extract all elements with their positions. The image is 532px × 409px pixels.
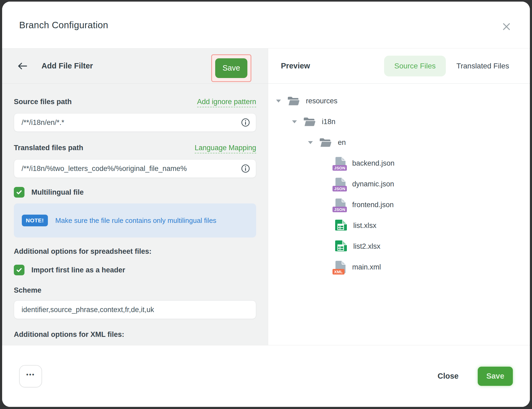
checkmark-icon	[16, 189, 23, 196]
file-xml-icon: XML	[335, 260, 346, 274]
save-highlight-annotation: Save	[211, 54, 251, 82]
import-header-row: Import first line as a header	[14, 265, 256, 275]
tree-item-en[interactable]: en	[268, 132, 530, 153]
translated-path-label: Translated files path	[14, 144, 83, 152]
import-header-checkbox[interactable]	[14, 265, 24, 275]
scheme-input[interactable]: identifier,source_phrase,context,fr,de,i…	[14, 300, 256, 319]
chevron-down-icon[interactable]	[276, 100, 281, 103]
tree-item-label: list.xlsx	[353, 222, 376, 230]
preview-header: Preview Source Files Translated Files	[268, 48, 530, 84]
language-mapping-link[interactable]: Language Mapping	[195, 144, 256, 153]
modal-body: Add File Filter Save Source files path A…	[2, 48, 530, 345]
tree-item-frontend.json[interactable]: JSONfrontend.json	[268, 194, 530, 215]
note-text: Make sure the file rule contains only mu…	[55, 216, 217, 225]
close-button[interactable]	[501, 21, 512, 32]
tree-item-backend.json[interactable]: JSONbackend.json	[268, 153, 530, 174]
note-badge: NOTE!	[22, 215, 48, 226]
tree-item-list.xlsx[interactable]: list.xlsx	[268, 215, 530, 236]
tab-source-files[interactable]: Source Files	[384, 56, 446, 76]
tree-item-list2.xlsx[interactable]: list2.xlsx	[268, 236, 530, 257]
scheme-value: identifier,source_phrase,context,fr,de,i…	[22, 306, 250, 314]
more-options-button[interactable]: •••	[19, 365, 42, 387]
file-filter-form: Source files path Add ignore pattern /**…	[2, 84, 268, 345]
tree-item-label: list2.xlsx	[353, 242, 380, 251]
tree-item-label: dynamic.json	[352, 180, 394, 188]
branch-configuration-modal: Branch Configuration Add File Filter Sav…	[2, 2, 530, 407]
info-circle-icon[interactable]	[241, 164, 250, 173]
file-json-icon: JSON	[335, 198, 346, 211]
info-circle-icon[interactable]	[241, 118, 250, 127]
file-xlsx-icon	[335, 220, 347, 231]
source-path-input[interactable]: /**/i18n/en/*.*	[14, 113, 256, 132]
spreadsheet-options-heading: Additional options for spreadsheet files…	[14, 247, 256, 256]
xml-options-heading: Additional options for XML files:	[14, 330, 256, 339]
pane-title: Add File Filter	[41, 62, 93, 70]
folder-open-icon	[303, 117, 315, 127]
add-ignore-pattern-link[interactable]: Add ignore pattern	[197, 97, 256, 107]
footer-close-button[interactable]: Close	[438, 372, 459, 381]
scheme-label-row: Scheme	[14, 286, 256, 295]
preview-title: Preview	[281, 62, 310, 70]
file-json-icon: JSON	[335, 177, 346, 191]
tree-item-label: main.xml	[352, 263, 381, 271]
translated-path-input[interactable]: /**/i18n/%two_letters_code%/%original_fi…	[14, 159, 256, 178]
tree-item-label: frontend.json	[352, 201, 394, 209]
file-json-icon: JSON	[335, 157, 346, 170]
multilingual-note: NOTE! Make sure the file rule contains o…	[14, 203, 256, 238]
translated-path-value: /**/i18n/%two_letters_code%/%original_fi…	[22, 165, 241, 173]
multilingual-checkbox[interactable]	[14, 187, 24, 198]
file-xlsx-icon	[335, 240, 347, 252]
import-header-label: Import first line as a header	[31, 266, 125, 274]
tree-item-main.xml[interactable]: XMLmain.xml	[268, 257, 530, 277]
file-filter-pane: Add File Filter Save Source files path A…	[2, 48, 268, 345]
source-path-value: /**/i18n/en/*.*	[22, 118, 241, 127]
tree-item-label: i18n	[322, 118, 335, 126]
tree-item-dynamic.json[interactable]: JSONdynamic.json	[268, 174, 530, 194]
source-path-label: Source files path	[14, 97, 72, 106]
translated-path-label-row: Translated files path Language Mapping	[14, 144, 256, 153]
tree-item-resources[interactable]: resources	[268, 91, 530, 111]
modal-footer: ••• Close Save	[2, 345, 530, 407]
ellipsis-icon: •••	[26, 371, 35, 378]
chevron-down-icon[interactable]	[308, 141, 313, 144]
close-icon	[501, 22, 512, 32]
preview-tabs: Source Files Translated Files	[384, 56, 509, 76]
checkmark-icon	[16, 267, 23, 273]
tab-translated-files[interactable]: Translated Files	[456, 62, 509, 70]
folder-open-icon	[287, 96, 300, 106]
modal-title: Branch Configuration	[19, 20, 108, 30]
file-tree: resourcesi18nenJSONbackend.jsonJSONdynam…	[268, 84, 530, 345]
tree-item-label: backend.json	[352, 159, 394, 167]
back-button[interactable]	[17, 61, 28, 71]
tree-item-i18n[interactable]: i18n	[268, 111, 530, 132]
tree-item-label: en	[338, 138, 346, 147]
source-path-label-row: Source files path Add ignore pattern	[14, 97, 256, 107]
preview-pane: Preview Source Files Translated Files re…	[268, 48, 530, 345]
scheme-label: Scheme	[14, 286, 41, 295]
footer-save-button[interactable]: Save	[478, 367, 513, 386]
multilingual-file-row: Multilingual file	[14, 187, 256, 198]
arrow-left-icon	[17, 62, 28, 70]
filter-save-button[interactable]: Save	[215, 58, 247, 78]
file-filter-toolbar: Add File Filter Save	[2, 48, 268, 84]
tree-item-label: resources	[306, 97, 338, 105]
modal-header: Branch Configuration	[2, 2, 530, 48]
multilingual-label: Multilingual file	[31, 188, 84, 197]
folder-open-icon	[319, 138, 331, 148]
chevron-down-icon[interactable]	[292, 120, 297, 123]
